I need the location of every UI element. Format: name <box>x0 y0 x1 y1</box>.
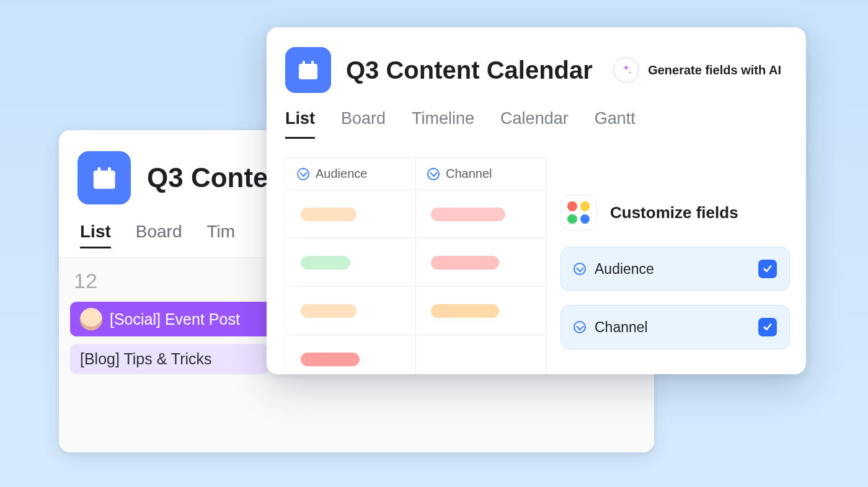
table-cell[interactable] <box>416 190 546 239</box>
svg-rect-5 <box>303 61 305 66</box>
grid-column-audience: Audience <box>286 158 416 374</box>
table-cell[interactable] <box>416 287 546 335</box>
tab-board[interactable]: Board <box>341 109 386 139</box>
tag-chip <box>301 256 350 270</box>
column-label: Audience <box>316 167 367 181</box>
avatar <box>80 308 102 330</box>
svg-rect-4 <box>299 64 317 79</box>
table-cell[interactable] <box>286 190 416 239</box>
field-toggle-channel[interactable]: Channel <box>560 305 790 349</box>
page-title: Q3 Content Calendar <box>346 56 598 84</box>
column-label: Channel <box>446 167 492 181</box>
calendar-app-icon <box>78 151 131 204</box>
checkbox-checked-icon <box>758 318 777 336</box>
tab-calendar[interactable]: Calendar <box>500 109 569 139</box>
task-label: [Social] Event Post <box>110 310 240 328</box>
tab-list[interactable]: List <box>285 109 315 139</box>
task-item[interactable]: [Blog] Tips & Tricks <box>70 344 268 374</box>
table-cell[interactable] <box>416 239 546 287</box>
table-cell[interactable] <box>286 239 416 287</box>
field-label: Audience <box>595 261 750 278</box>
field-label: Channel <box>595 319 750 336</box>
fields-icon <box>560 195 596 230</box>
generate-ai-button[interactable]: Generate fields with AI <box>613 57 781 83</box>
customize-title: Customize fields <box>610 203 738 222</box>
tag-chip <box>431 304 499 318</box>
customize-header: Customize fields <box>560 195 790 230</box>
column-header[interactable]: Audience <box>286 158 416 190</box>
tag-chip <box>431 256 499 270</box>
tab-board[interactable]: Board <box>136 222 182 248</box>
tab-list[interactable]: List <box>80 222 111 248</box>
chevron-down-icon <box>297 168 309 180</box>
tag-chip <box>301 304 356 318</box>
field-toggle-audience[interactable]: Audience <box>560 247 790 291</box>
sparkle-icon <box>613 57 639 83</box>
checkbox-checked-icon <box>758 260 777 278</box>
table-cell[interactable] <box>286 335 416 374</box>
page-title: Q3 Conte <box>147 162 268 193</box>
chevron-down-icon <box>574 263 586 275</box>
chevron-down-icon <box>574 321 586 333</box>
grid-column-channel: Channel <box>416 158 546 374</box>
svg-rect-3 <box>108 167 111 173</box>
svg-rect-1 <box>94 170 115 176</box>
customize-fields-panel: Customize fields Audience Channel <box>560 195 790 363</box>
front-header: Q3 Content Calendar Generate fields with… <box>267 27 806 95</box>
svg-rect-2 <box>97 167 100 173</box>
tab-timeline[interactable]: Timeline <box>412 109 474 139</box>
table-cell[interactable] <box>286 287 416 335</box>
chevron-down-icon <box>427 168 440 180</box>
view-tabs: List Board Timeline Calendar Gantt <box>267 95 806 139</box>
tag-chip <box>431 208 505 221</box>
ai-button-label: Generate fields with AI <box>648 63 781 77</box>
tag-chip <box>301 208 356 221</box>
list-view-card: Q3 Content Calendar Generate fields with… <box>267 27 806 374</box>
table-cell[interactable] <box>416 335 546 374</box>
field-grid: Audience Channel <box>285 157 546 374</box>
svg-rect-6 <box>311 61 314 66</box>
calendar-app-icon <box>285 47 331 93</box>
tab-gantt[interactable]: Gantt <box>595 109 636 139</box>
tab-timeline[interactable]: Tim <box>207 222 244 248</box>
column-header[interactable]: Channel <box>416 158 546 190</box>
task-label: [Blog] Tips & Tricks <box>80 350 212 368</box>
tag-chip <box>301 353 360 366</box>
